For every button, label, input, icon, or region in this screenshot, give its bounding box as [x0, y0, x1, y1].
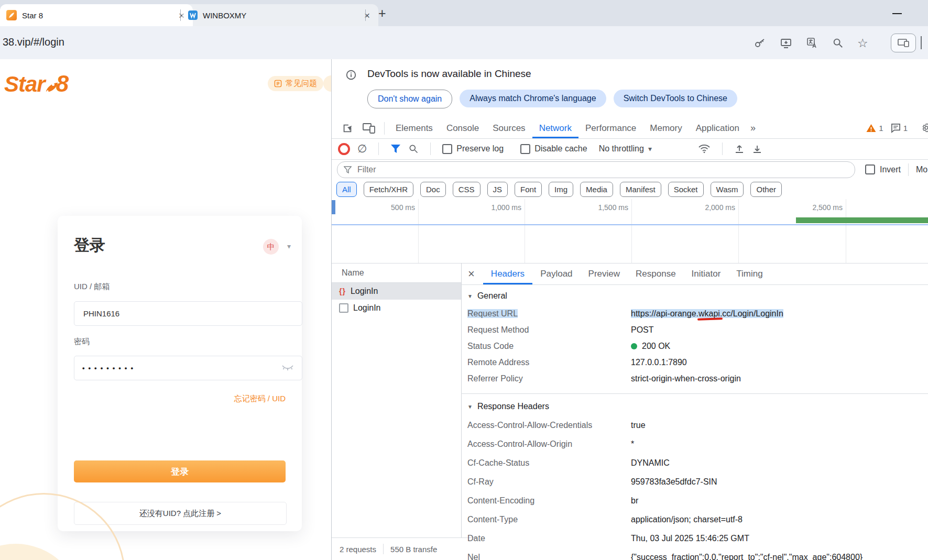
- forgot-password-link[interactable]: 忘记密码 / UID: [74, 394, 286, 404]
- timeline-ruler[interactable]: 500 ms 1,000 ms 1,500 ms 2,000 ms 2,500 …: [332, 199, 928, 216]
- install-icon[interactable]: [780, 37, 792, 49]
- header-row: Request URL https://api-orange.wkapi.cc/…: [461, 305, 928, 322]
- disclosure-triangle-icon: ▼: [467, 293, 473, 299]
- chip-font[interactable]: Font: [515, 182, 542, 197]
- throttling-dropdown[interactable]: No throttling ▾: [599, 144, 652, 153]
- tab-preview[interactable]: Preview: [581, 263, 628, 284]
- search-icon[interactable]: [832, 37, 844, 49]
- chip-img[interactable]: Img: [549, 182, 573, 197]
- request-row[interactable]: {} LoginIn: [332, 283, 461, 300]
- address-bar[interactable]: 38.vip/#/login: [3, 36, 64, 48]
- eye-closed-icon[interactable]: [281, 365, 294, 372]
- key-icon[interactable]: [754, 37, 766, 49]
- header-row: Cf-Cache-Status DYNAMIC: [461, 454, 928, 473]
- tab-winboxmy[interactable]: WINBOXMY ×: [182, 4, 378, 26]
- tab-console[interactable]: Console: [440, 118, 486, 138]
- tab-performance[interactable]: Performance: [578, 118, 643, 138]
- import-har-icon[interactable]: [734, 144, 745, 154]
- device-toolbar-icon[interactable]: [363, 123, 375, 134]
- banner-title: DevTools is now available in Chinese: [367, 68, 531, 80]
- network-conditions-icon[interactable]: [698, 144, 711, 153]
- bookmark-star-icon[interactable]: ☆: [857, 37, 868, 49]
- webpage-viewport: Star 8 常见问题 登录 中 ▾ UID / 邮箱 密码 •••••••••: [0, 59, 331, 560]
- uid-input[interactable]: [82, 309, 294, 319]
- floating-widget-partial[interactable]: [323, 75, 331, 92]
- waterfall-area[interactable]: [332, 225, 928, 263]
- chip-css[interactable]: CSS: [453, 182, 481, 197]
- record-button[interactable]: [338, 143, 350, 155]
- faq-button[interactable]: 常见问题: [268, 76, 323, 91]
- invert-checkbox[interactable]: [865, 164, 875, 174]
- section-divider: [461, 393, 928, 394]
- header-row: Cf-Ray 959783fa3e5dfdc7-SIN: [461, 473, 928, 491]
- filter-toggle-icon[interactable]: [390, 144, 401, 153]
- chip-wasm[interactable]: Wasm: [711, 182, 744, 197]
- timeline-selection-handle[interactable]: [332, 200, 335, 214]
- invert-label: Invert: [880, 165, 901, 174]
- header-row: Remote Address 127.0.0.1:7890: [461, 354, 928, 370]
- more-filters-label[interactable]: Mo: [916, 165, 927, 174]
- tab-initiator[interactable]: Initiator: [684, 263, 729, 284]
- tab-network[interactable]: Network: [532, 118, 578, 138]
- gear-icon[interactable]: [921, 122, 928, 134]
- close-details-icon[interactable]: ×: [468, 268, 475, 280]
- winboxmy-favicon-icon: [188, 10, 198, 20]
- password-masked-value: •••••••••: [82, 364, 137, 372]
- clear-icon[interactable]: ∅: [357, 143, 367, 154]
- dismiss-button[interactable]: Don't show again: [367, 90, 452, 108]
- language-badge[interactable]: 中: [263, 239, 279, 255]
- logo-number: 8: [56, 71, 69, 97]
- more-tabs-icon[interactable]: »: [746, 123, 760, 134]
- tick-label: 2,000 ms: [705, 203, 735, 212]
- tab-application[interactable]: Application: [689, 118, 746, 138]
- response-headers-section-header[interactable]: ▼ Response Headers: [461, 395, 928, 416]
- chip-fetch-xhr[interactable]: Fetch/XHR: [364, 182, 413, 197]
- minimize-button[interactable]: [892, 13, 902, 14]
- issues-badge[interactable]: 1: [891, 123, 908, 133]
- chip-manifest[interactable]: Manifest: [620, 182, 661, 197]
- tab-response[interactable]: Response: [628, 263, 684, 284]
- request-details-pane: × Headers Payload Preview Response Initi…: [461, 263, 928, 560]
- header-row: Date Thu, 03 Jul 2025 15:46:25 GMT: [461, 529, 928, 548]
- uid-label: UID / 邮箱: [74, 282, 110, 292]
- disable-cache-checkbox[interactable]: [520, 144, 530, 154]
- password-field-wrap[interactable]: •••••••••: [74, 356, 302, 380]
- header-row: Access-Control-Allow-Credentials true: [461, 416, 928, 435]
- new-tab-button[interactable]: +: [378, 6, 386, 21]
- tab-headers[interactable]: Headers: [483, 263, 532, 284]
- chip-js[interactable]: JS: [487, 182, 508, 197]
- tab-timing[interactable]: Timing: [728, 263, 770, 284]
- header-row: Content-Encoding br: [461, 491, 928, 510]
- tab-payload[interactable]: Payload: [532, 263, 580, 284]
- switch-chinese-button[interactable]: Switch DevTools to Chinese: [614, 90, 737, 107]
- chip-socket[interactable]: Socket: [668, 182, 704, 197]
- search-network-icon[interactable]: [408, 144, 419, 154]
- inspect-element-icon[interactable]: [342, 123, 353, 134]
- export-har-icon[interactable]: [752, 144, 762, 154]
- device-cast-button[interactable]: [891, 34, 916, 52]
- site-logo: Star 8: [4, 71, 69, 97]
- tab-star8[interactable]: Star 8 ×: [0, 4, 193, 26]
- disable-cache-label: Disable cache: [534, 144, 587, 153]
- match-language-button[interactable]: Always match Chrome's language: [460, 90, 606, 107]
- filter-box[interactable]: [337, 161, 855, 178]
- header-row: Status Code 200 OK: [461, 338, 928, 354]
- login-submit-button[interactable]: 登录: [74, 460, 286, 482]
- tab-memory[interactable]: Memory: [643, 118, 689, 138]
- warnings-count: 1: [879, 124, 883, 133]
- tab-sources[interactable]: Sources: [486, 118, 532, 138]
- preserve-log-checkbox[interactable]: [442, 144, 452, 154]
- request-row[interactable]: LoginIn: [332, 300, 461, 316]
- chip-all[interactable]: All: [336, 182, 357, 197]
- requests-count: 2 requests: [340, 545, 376, 554]
- filter-input[interactable]: [356, 164, 799, 175]
- chip-doc[interactable]: Doc: [420, 182, 446, 197]
- chevron-down-icon[interactable]: ▾: [287, 242, 291, 250]
- warnings-badge[interactable]: 1: [866, 124, 883, 133]
- translate-icon[interactable]: [806, 37, 818, 49]
- chip-media[interactable]: Media: [580, 182, 613, 197]
- tab-elements[interactable]: Elements: [389, 118, 440, 138]
- name-column-header[interactable]: Name: [332, 263, 461, 283]
- general-section-header[interactable]: ▼ General: [461, 284, 928, 305]
- chip-other[interactable]: Other: [750, 182, 782, 197]
